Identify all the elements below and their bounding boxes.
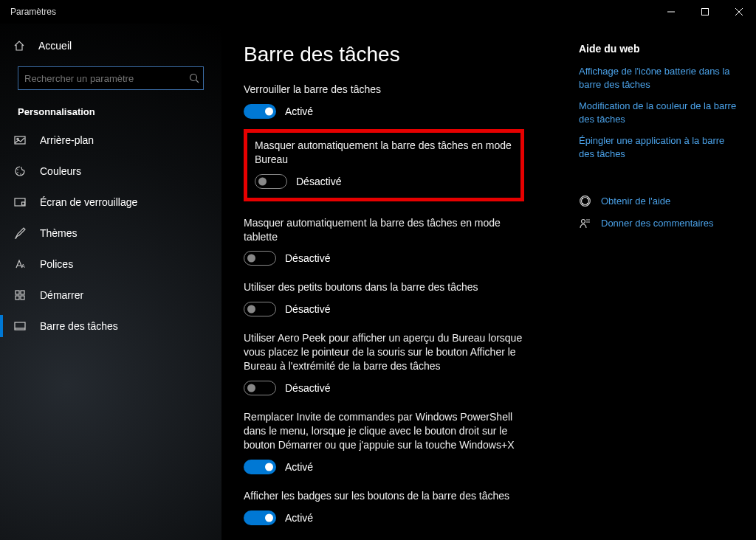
sidebar-item-palette[interactable]: Couleurs [0,156,221,187]
minimize-button[interactable] [654,0,688,24]
setting-label: Masquer automatiquement la barre des tâc… [244,216,524,244]
sidebar-item-picture[interactable]: Arrière-plan [0,125,221,156]
setting-row: Masquer automatiquement la barre des tâc… [244,216,524,266]
svg-point-9 [17,172,18,173]
maximize-button[interactable] [688,0,722,24]
toggle-switch[interactable] [244,460,276,474]
sidebar-item-label: Barre des tâches [40,320,118,332]
setting-row: Remplacer Invite de commandes par Window… [244,410,524,474]
sidebar-item-start[interactable]: Démarrer [0,280,221,311]
feedback-icon [579,218,591,229]
sidebar-item-label: Couleurs [40,165,81,177]
web-help-title: Aide du web [579,43,740,55]
toggle-state-label: Désactivé [285,382,330,394]
toggle-state-label: Activé [285,512,313,524]
highlight-box: Masquer automatiquement la barre des tâc… [244,129,524,201]
support-label: Obtenir de l'aide [601,195,670,207]
toggle-switch[interactable] [244,302,276,316]
toggle-state-label: Activé [285,105,313,117]
support-link[interactable]: Donner des commentaires [579,212,740,234]
toggle-state-label: Désactivé [285,303,330,315]
setting-label: Remplacer Invite de commandes par Window… [244,410,524,452]
sidebar-category: Personnalisation [0,93,221,125]
sidebar-item-label: Arrière-plan [40,134,94,146]
sidebar-item-brush[interactable]: Thèmes [0,218,221,249]
toggle-switch[interactable] [255,174,287,189]
support-label: Donner des commentaires [601,218,713,229]
font-icon: A [13,258,27,270]
setting-row: Verrouiller la barre des tâches Activé [244,83,524,119]
toggle-switch[interactable] [244,510,276,525]
svg-rect-14 [16,291,19,294]
sidebar-item-font[interactable]: APolices [0,249,221,280]
svg-rect-1 [702,9,709,15]
svg-rect-16 [16,296,19,300]
sidebar-item-lock[interactable]: Écran de verrouillage [0,187,221,218]
right-column: Aide du web Affichage de l'icône batteri… [579,24,756,540]
setting-label: Afficher les badges sur les boutons de l… [244,489,524,503]
settings-content: Barre des tâches Verrouiller la barre de… [221,24,579,540]
svg-point-26 [581,219,585,223]
setting-row: Utiliser des petits boutons dans la barr… [244,280,524,316]
web-help-link[interactable]: Affichage de l'icône batterie dans la ba… [579,65,740,91]
toggle-switch[interactable] [244,251,276,266]
setting-row: Utiliser Aero Peek pour afficher un aper… [244,331,524,395]
start-icon [13,289,27,301]
brush-icon [13,227,27,239]
taskbar-icon [13,320,27,332]
sidebar-item-label: Démarrer [40,289,83,301]
toggle-state-label: Activé [285,461,313,473]
home-icon [13,40,25,52]
svg-point-8 [17,169,18,170]
sidebar-item-taskbar[interactable]: Barre des tâches [0,311,221,342]
svg-rect-6 [15,136,25,144]
setting-label: Utiliser Aero Peek pour afficher un aper… [244,331,524,373]
sidebar: Accueil Personnalisation Arrière-planCou… [0,24,221,540]
window-title: Paramètres [10,7,56,17]
toggle-switch[interactable] [244,104,276,119]
sidebar-item-label: Thèmes [40,227,78,239]
lock-icon [13,196,27,208]
page-title: Barre des tâches [244,43,557,66]
sidebar-item-label: Écran de verrouillage [40,196,137,208]
toggle-state-label: Désactivé [296,176,341,187]
svg-rect-12 [22,202,25,205]
setting-label: Verrouiller la barre des tâches [244,83,524,97]
web-help-link[interactable]: Épingler une application à la barre des … [579,134,740,160]
setting-label: Utiliser des petits boutons dans la barr… [244,280,524,294]
close-button[interactable] [722,0,756,24]
toggle-switch[interactable] [244,381,276,395]
setting-row: Masquer automatiquement la barre des tâc… [255,139,513,189]
setting-row: Afficher les badges sur les boutons de l… [244,489,524,525]
toggle-state-label: Désactivé [285,252,330,264]
support-link[interactable]: Obtenir de l'aide [579,190,740,212]
help-icon [579,195,591,207]
svg-rect-17 [21,296,24,300]
sidebar-item-label: Polices [40,258,73,270]
svg-rect-15 [21,291,24,294]
svg-text:A: A [21,263,25,269]
svg-point-10 [20,173,21,175]
picture-icon [13,134,27,146]
svg-point-7 [17,138,18,139]
home-label: Accueil [38,40,72,52]
titlebar: Paramètres [0,0,756,24]
web-help-link[interactable]: Modification de la couleur de la barre d… [579,100,740,125]
palette-icon [13,165,27,177]
home-nav[interactable]: Accueil [0,31,221,60]
search-input[interactable] [18,66,204,90]
setting-label: Masquer automatiquement la barre des tâc… [255,139,513,167]
